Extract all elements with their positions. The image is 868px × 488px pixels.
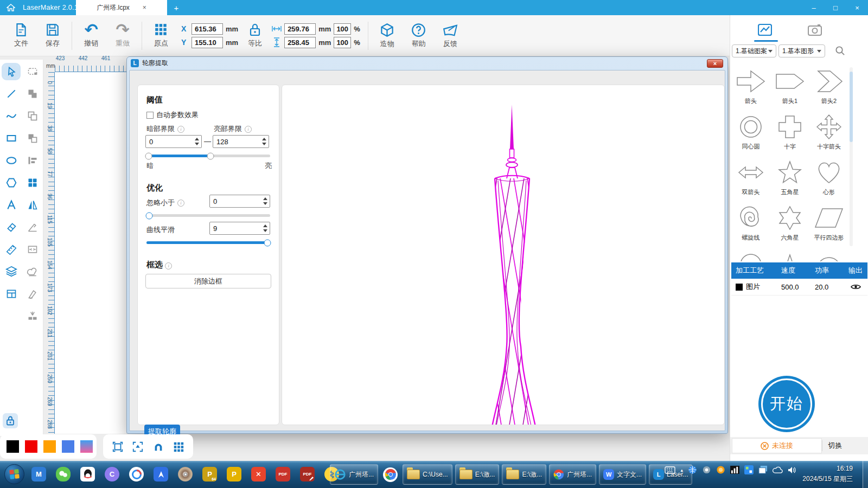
switch-device-button[interactable]: 切换 — [822, 440, 848, 451]
grid-toggle-button[interactable] — [173, 441, 184, 453]
shape-dropdown[interactable]: 1.基本图形 — [778, 44, 825, 57]
dark-slider-knob[interactable] — [145, 152, 152, 159]
pdf-reader-icon[interactable]: PDF — [275, 465, 291, 484]
shape-concentric-circle[interactable]: 同心圆 — [731, 107, 770, 153]
home-icon[interactable] — [7, 4, 15, 11]
chrome-icon[interactable] — [382, 465, 399, 484]
smooth-slider-knob[interactable] — [264, 239, 271, 246]
info-icon[interactable]: i — [165, 262, 172, 269]
info-icon[interactable]: i — [245, 126, 252, 133]
weld-tool[interactable] — [25, 265, 40, 278]
fill-tool[interactable] — [25, 287, 40, 300]
auto-param-row[interactable]: 自动参数效果 — [146, 110, 199, 120]
app-p-icon[interactable]: P — [226, 465, 242, 484]
app-arrow-icon[interactable] — [152, 465, 169, 484]
frame-preview-button[interactable] — [112, 441, 124, 453]
table-row[interactable]: 图片 500.0 20.0 — [731, 279, 867, 296]
measure-tool[interactable] — [4, 243, 18, 256]
width-percent-input[interactable]: 100 — [334, 23, 351, 35]
bright-limit-input[interactable]: 128 — [213, 135, 269, 148]
threshold-slider[interactable] — [146, 155, 270, 157]
help-button[interactable]: 帮助 — [403, 23, 435, 49]
save-button[interactable]: 保存 — [37, 23, 68, 48]
qq-icon[interactable] — [79, 465, 96, 484]
settings-gear-icon[interactable] — [702, 465, 711, 474]
tray-expand-icon[interactable]: ▴ — [680, 467, 683, 473]
shape-star6[interactable]: 六角星 — [770, 198, 809, 244]
bright-slider-knob[interactable] — [207, 152, 214, 159]
app-c-icon[interactable]: C — [104, 465, 120, 484]
dialog-titlebar[interactable]: L 轮廓提取 × — [127, 57, 727, 69]
file-button[interactable]: 文件 — [5, 23, 37, 48]
height-input[interactable]: 258.45 — [284, 37, 316, 48]
taskbar-folder-e2[interactable]: E:\激... — [502, 464, 546, 485]
shape-star5[interactable]: 五角星 — [770, 153, 809, 198]
new-tab-button[interactable]: + — [169, 0, 183, 15]
lock-ratio-button[interactable]: 等比 — [242, 23, 267, 48]
dark-limit-input[interactable]: 0 — [145, 135, 202, 148]
shape-cross-arrow[interactable]: 十字箭头 — [809, 107, 848, 153]
ignore-slider[interactable] — [146, 214, 270, 217]
split-tool[interactable] — [25, 310, 40, 323]
shape-spiral[interactable]: 螺旋线 — [731, 198, 770, 244]
layer-color-swatch[interactable] — [736, 284, 743, 291]
clock[interactable]: 16:19 2024/5/15 星期三 — [802, 464, 853, 484]
align-tool[interactable] — [25, 154, 40, 167]
swatch-gradient[interactable] — [80, 440, 93, 453]
taskbar-ie-guangzhou[interactable]: 广州塔... — [330, 464, 378, 485]
shape-parallelogram[interactable]: 平行四边形 — [809, 198, 848, 244]
shape-cross[interactable]: 十字 — [770, 107, 809, 153]
taskbar-folder-c[interactable]: C:\Use... — [403, 464, 452, 485]
tab-patterns[interactable] — [754, 21, 776, 39]
union-tool[interactable] — [25, 87, 40, 100]
start-button[interactable]: 开始 — [758, 376, 815, 432]
pdf-editor-icon[interactable]: PDF — [299, 465, 316, 484]
ellipse-tool[interactable] — [4, 154, 18, 167]
maximize-button[interactable]: □ — [825, 0, 846, 15]
rectangle-tool[interactable] — [4, 132, 18, 145]
taskbar-chrome-guangzhou[interactable]: 广州塔... — [549, 464, 596, 485]
info-icon[interactable]: i — [177, 200, 184, 207]
line-tool[interactable] — [4, 87, 18, 100]
center-tool[interactable] — [25, 243, 40, 256]
canvas[interactable] — [55, 72, 126, 434]
shape-arrow[interactable]: 箭头 — [731, 62, 770, 107]
capture-button[interactable] — [132, 441, 144, 453]
shape-double-arrow[interactable]: 双箭头 — [731, 153, 770, 198]
spinner-arrows[interactable] — [261, 195, 270, 207]
x-input[interactable]: 615.36 — [192, 23, 223, 35]
marquee-tool[interactable] — [25, 65, 40, 78]
curve-tool[interactable] — [4, 110, 18, 123]
paste-tool[interactable] — [25, 132, 40, 145]
security-lion-icon[interactable] — [716, 465, 725, 474]
keyboard-icon[interactable] — [665, 466, 675, 474]
taskbar-wps-doc[interactable]: W 文字文... — [599, 464, 646, 485]
output-toggle[interactable] — [845, 284, 866, 290]
copy-tool[interactable] — [25, 110, 40, 123]
width-input[interactable]: 259.76 — [284, 23, 316, 35]
undo-button[interactable]: ↶ 撤销 — [75, 23, 107, 48]
spinner-arrows[interactable] — [260, 136, 269, 147]
magnet-snap-button[interactable] — [152, 441, 164, 453]
text-tool[interactable] — [4, 198, 18, 211]
network-globe-icon[interactable] — [688, 465, 697, 474]
create-button[interactable]: 造物 — [372, 23, 403, 49]
swatch-blue[interactable] — [62, 440, 74, 453]
polygon-tool[interactable] — [4, 176, 18, 189]
layers-tool[interactable] — [4, 265, 18, 278]
eraser-tool[interactable] — [4, 221, 18, 234]
shape-heart[interactable]: 心形 — [809, 153, 848, 198]
windows-layers-icon[interactable] — [758, 465, 768, 474]
app-tile-icon[interactable] — [744, 465, 754, 474]
search-button[interactable] — [835, 46, 845, 56]
smooth-input[interactable]: 9 — [209, 222, 270, 235]
info-icon[interactable]: i — [177, 126, 184, 133]
wechat-icon[interactable] — [55, 465, 72, 484]
smooth-slider[interactable] — [146, 241, 270, 244]
shape-arrow2[interactable]: 箭头2 — [809, 62, 848, 107]
spinner-arrows[interactable] — [261, 222, 270, 234]
netdisk-icon[interactable] — [128, 465, 145, 484]
table-tool[interactable] — [4, 287, 18, 300]
select-tool[interactable] — [4, 65, 18, 78]
chart-bars-icon[interactable] — [730, 466, 739, 474]
